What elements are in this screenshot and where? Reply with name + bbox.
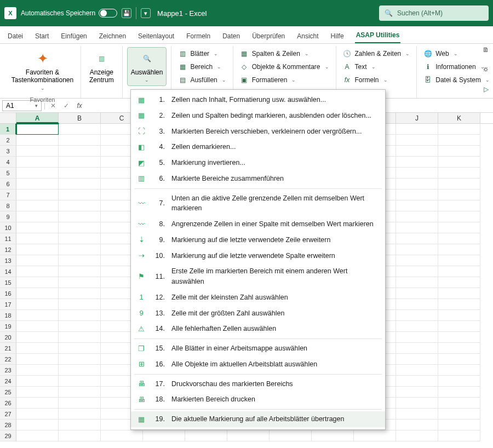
cell[interactable] (59, 179, 101, 189)
cell[interactable] (16, 398, 59, 409)
menu-item[interactable]: ▦19.Die aktuelle Markierung auf alle Arb… (131, 411, 385, 427)
row-header[interactable]: 24 (0, 376, 16, 387)
cell[interactable] (438, 310, 480, 321)
row-header[interactable]: 23 (0, 365, 16, 376)
cmd-ausfuellen[interactable]: ▤Ausfüllen⌄ (176, 74, 228, 85)
cell[interactable] (438, 420, 480, 430)
cell[interactable] (396, 189, 438, 200)
menu-item[interactable]: ◩5.Markierung invertieren... (131, 155, 385, 171)
menu-item[interactable]: ⇢10.Markierung auf die letzte verwendete… (131, 248, 385, 264)
cell[interactable] (16, 135, 59, 146)
auswaehlen-button[interactable]: 🔍 Auswählen ⌄ (127, 47, 167, 86)
row-header[interactable]: 20 (0, 332, 16, 343)
cell[interactable] (16, 420, 59, 430)
cell[interactable] (438, 376, 480, 387)
menu-item[interactable]: 🖶18.Markierten Bereich drucken (131, 392, 385, 407)
cell[interactable] (438, 430, 480, 441)
cell[interactable] (270, 430, 312, 441)
tab-datei[interactable]: Datei (7, 29, 24, 43)
cell[interactable] (396, 211, 438, 222)
cell[interactable] (438, 222, 480, 233)
tab-asap-utilities[interactable]: ASAP Utilities (355, 28, 401, 43)
cell[interactable] (438, 354, 480, 365)
cmd-formatieren[interactable]: ▣Formatieren⌄ (238, 74, 331, 85)
cell[interactable] (312, 430, 354, 441)
cell[interactable] (16, 387, 59, 398)
search-input[interactable]: 🔍 Suchen (Alt+M) (379, 5, 489, 21)
cell[interactable] (59, 135, 101, 146)
cell[interactable] (59, 157, 101, 168)
cell[interactable] (438, 299, 480, 310)
cell[interactable] (396, 277, 438, 288)
row-header[interactable]: 12 (0, 244, 16, 255)
cell[interactable] (16, 222, 59, 233)
cell[interactable] (438, 168, 480, 179)
menu-item[interactable]: 913.Zelle mit der größten Zahl auswählen (131, 306, 385, 321)
row-header[interactable]: 11 (0, 233, 16, 244)
cell[interactable] (396, 321, 438, 332)
cell[interactable] (59, 430, 101, 441)
cell[interactable] (16, 277, 59, 288)
favoriten-button[interactable]: ✦ Favoriten & Tastenkombinationen ⌄ (8, 47, 77, 94)
cell[interactable] (438, 146, 480, 157)
cell[interactable] (438, 255, 480, 266)
cell[interactable] (438, 277, 480, 288)
cell[interactable] (16, 255, 59, 266)
tab-seitenlayout[interactable]: Seitenlayout (137, 29, 175, 43)
cell[interactable] (16, 354, 59, 365)
cell[interactable] (396, 288, 438, 299)
cell[interactable] (59, 365, 101, 376)
row-header[interactable]: 27 (0, 409, 16, 420)
cell[interactable] (396, 124, 438, 135)
cell[interactable] (59, 124, 101, 135)
cell[interactable] (59, 376, 101, 387)
cell[interactable] (438, 409, 480, 420)
row-header[interactable]: 7 (0, 189, 16, 200)
row-header[interactable]: 22 (0, 354, 16, 365)
cell[interactable] (59, 200, 101, 211)
cell[interactable] (396, 179, 438, 189)
tab-daten[interactable]: Daten (221, 29, 241, 43)
row-header[interactable]: 6 (0, 179, 16, 189)
cell[interactable] (59, 321, 101, 332)
cell[interactable] (59, 343, 101, 354)
cell[interactable] (16, 124, 59, 135)
menu-item[interactable]: ▥6.Markierte Bereiche zusammenführen (131, 171, 385, 187)
menu-item[interactable]: ❐15.Alle Blätter in einer Arbeitsmappe a… (131, 341, 385, 357)
cell[interactable] (59, 398, 101, 409)
cell[interactable] (185, 430, 227, 441)
cell[interactable] (16, 157, 59, 168)
cell[interactable] (438, 288, 480, 299)
cell[interactable] (396, 135, 438, 146)
cell[interactable] (59, 409, 101, 420)
cell[interactable] (354, 430, 396, 441)
cell[interactable] (396, 409, 438, 420)
cell[interactable] (396, 146, 438, 157)
menu-item[interactable]: ◧4.Zellen demarkieren... (131, 139, 385, 155)
row-header[interactable]: 15 (0, 277, 16, 288)
menu-item[interactable]: 🖶17.Druckvorschau des markierten Bereich… (131, 376, 385, 392)
cell[interactable] (59, 288, 101, 299)
cell[interactable] (16, 299, 59, 310)
cell[interactable] (59, 244, 101, 255)
cell[interactable] (396, 354, 438, 365)
row-header[interactable]: 19 (0, 321, 16, 332)
row-header[interactable]: 16 (0, 288, 16, 299)
cell[interactable] (59, 299, 101, 310)
cell[interactable] (59, 211, 101, 222)
cmd-blaetter[interactable]: ▥Blätter⌄ (176, 48, 228, 59)
tab-zeichnen[interactable]: Zeichnen (98, 29, 127, 43)
cell[interactable] (16, 321, 59, 332)
row-header[interactable]: 10 (0, 222, 16, 233)
cell[interactable] (59, 266, 101, 277)
cell[interactable] (59, 233, 101, 244)
cell[interactable] (438, 387, 480, 398)
cell[interactable] (438, 179, 480, 189)
row-header[interactable]: 28 (0, 420, 16, 430)
cell[interactable] (59, 168, 101, 179)
cell[interactable] (396, 387, 438, 398)
cell[interactable] (59, 420, 101, 430)
row-header[interactable]: 29 (0, 430, 16, 441)
cell[interactable] (16, 288, 59, 299)
cell[interactable] (438, 343, 480, 354)
